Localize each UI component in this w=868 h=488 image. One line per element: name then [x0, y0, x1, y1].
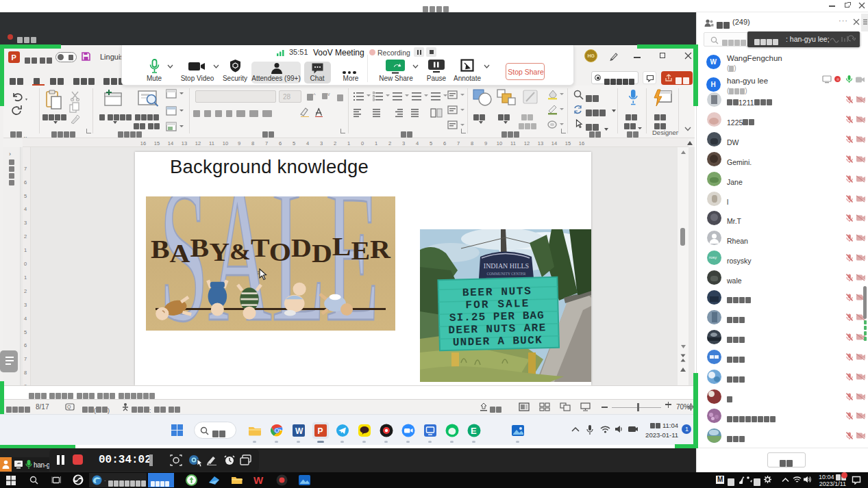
svg-text:W: W: [253, 474, 264, 486]
svg-text:COMMUNITY CENTER: COMMUNITY CENTER: [486, 272, 525, 276]
svg-text:Q: Q: [67, 404, 71, 410]
svg-text:UNDER A BUCK: UNDER A BUCK: [453, 334, 543, 348]
svg-text:E: E: [471, 426, 477, 436]
svg-text:P: P: [318, 426, 323, 436]
svg-text:INDIAN HILLS: INDIAN HILLS: [484, 262, 529, 270]
svg-text:BEER NUTS: BEER NUTS: [462, 285, 532, 300]
svg-text:W: W: [295, 426, 303, 436]
